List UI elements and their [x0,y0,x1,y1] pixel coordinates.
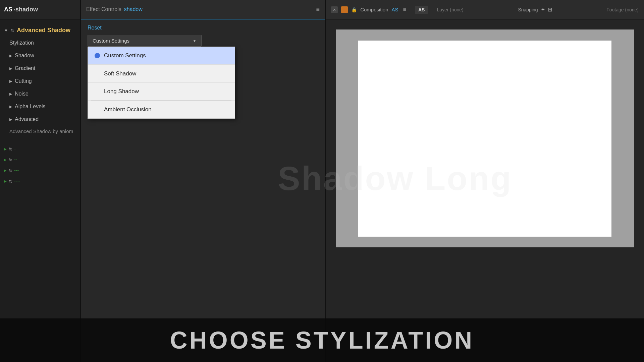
credit-label: Advanced Shadow by aniom [0,126,80,137]
collapse-icon[interactable]: ▼ [4,28,8,33]
fx-items: ▶ fx - ▶ fx -- ▶ fx --- ▶ fx ---- [0,143,80,186]
dropdown-selected-label: Custom Settings [93,38,129,44]
panel-title: Effect Controls [86,6,121,12]
fx-row-1: ▶ fx - [0,143,80,154]
composition-panel: × 🔒 Composition AS ≡ AS Layer (none) Sna… [325,0,644,362]
sidebar-item-cutting[interactable]: ▶ Cutting [0,75,80,87]
dropdown-item-ambient[interactable]: Ambient Occlusion [88,101,235,118]
dropdown-item-custom[interactable]: Custom Settings [88,47,235,65]
fx-dashes-3: --- [14,168,19,173]
composition-badge: AS [415,6,428,14]
composition-canvas [358,41,612,237]
dropdown-item-long-label: Long Shadow [104,88,139,95]
choose-stylization-text: CHOOSE STYLIZATION [170,326,474,354]
dropdown-item-soft[interactable]: Soft Shadow [88,65,235,83]
fx-badge-1: fx [9,146,12,152]
fx-row-2: ▶ fx -- [0,154,80,165]
cutting-arrow-icon: ▶ [9,79,12,83]
composition-viewer [336,29,634,247]
panel-layer-name: shadow [124,6,143,12]
sidebar-header: AS • shadow [0,0,80,19]
gradient-arrow-icon: ▶ [9,66,12,71]
fx-badge-4: fx [9,179,12,184]
sidebar-item-alpha-levels[interactable]: ▶ Alpha Levels [0,100,80,113]
cutting-label: Cutting [15,78,32,84]
shadow-label: Shadow [15,53,34,59]
sidebar-item-noise[interactable]: ▶ Noise [0,87,80,100]
sidebar: AS • shadow ▼ fx Advanced Shadow Styliza… [0,0,80,362]
fx-play-1: ▶ [4,147,7,151]
lock-icon: 🔒 [351,7,357,12]
fx-row-4: ▶ fx ---- [0,176,80,186]
footage-label: Footage (none) [606,7,639,12]
dropdown-menu: Custom Settings Soft Shadow Long Shadow … [88,47,235,119]
composition-title: Composition [360,7,388,12]
effect-controls-panel: Effect Controls shadow ≡ Reset Custom Se… [80,0,325,362]
sidebar-item-advanced[interactable]: ▶ Advanced [0,113,80,126]
composition-menu-icon[interactable]: ≡ [403,7,406,13]
advanced-arrow-icon: ▶ [9,117,12,122]
fx-dashes-1: - [14,146,16,152]
sidebar-item-shadow[interactable]: ▶ Shadow [0,49,80,62]
close-icon[interactable]: × [331,6,338,13]
snap-tool-icon[interactable]: ✦ [541,6,545,13]
stylization-label: Stylization [9,40,34,46]
bottom-banner: CHOOSE STYLIZATION [0,318,644,362]
composition-color-icon [341,6,348,13]
noise-arrow-icon: ▶ [9,92,12,96]
fx-badge-3: fx [9,168,12,173]
noise-label: Noise [15,91,29,97]
reset-top-button[interactable]: Reset [88,25,318,31]
dropdown-item-ambient-label: Ambient Occlusion [104,106,152,113]
dropdown-item-long[interactable]: Long Shadow [88,83,235,101]
fx-dashes-4: ---- [14,178,20,184]
layer-name: shadow [15,6,38,13]
layer-none-label: Layer (none) [437,7,463,12]
sidebar-item-gradient[interactable]: ▶ Gradient [0,62,80,75]
sidebar-content: ▼ fx Advanced Shadow Stylization ▶ Shado… [0,19,80,190]
panel-header: Effect Controls shadow ≡ [81,0,325,19]
fx-badge-2: fx [9,157,12,162]
dropdown-item-custom-label: Custom Settings [104,52,146,59]
controls-content: Reset Custom Settings ▼ Custom Settings … [81,19,325,124]
composition-name: AS [392,7,398,12]
advanced-label: Advanced [15,116,39,122]
effect-name: Advanced Shadow [17,27,70,34]
panel-menu-icon[interactable]: ≡ [316,6,320,13]
fx-play-2: ▶ [4,158,7,162]
fx-dashes-2: -- [14,157,17,162]
selected-dot-icon [95,53,100,58]
fx-play-4: ▶ [4,179,7,183]
fx-play-3: ▶ [4,169,7,172]
stylization-dropdown-wrapper: Custom Settings ▼ Custom Settings Soft S… [88,35,202,47]
stylization-dropdown[interactable]: Custom Settings ▼ [88,35,202,47]
fx-badge: fx [11,28,14,33]
snapping-label: Snapping [518,7,538,12]
gradient-label: Gradient [15,65,35,71]
alpha-arrow-icon: ▶ [9,105,12,109]
shadow-arrow-icon: ▶ [9,54,12,58]
fx-row-3: ▶ fx --- [0,165,80,176]
alpha-label: Alpha Levels [15,104,46,110]
logo: AS [4,6,12,13]
snap-grid-icon[interactable]: ⊞ [548,6,552,13]
dropdown-arrow-icon: ▼ [193,39,197,43]
composition-header: × 🔒 Composition AS ≡ AS Layer (none) Sna… [326,0,644,19]
sidebar-item-stylization[interactable]: Stylization [0,37,80,49]
dropdown-item-soft-label: Soft Shadow [104,70,136,77]
effect-title-row: ▼ fx Advanced Shadow [0,23,80,37]
snapping-bar: Snapping ✦ ⊞ [518,6,552,13]
